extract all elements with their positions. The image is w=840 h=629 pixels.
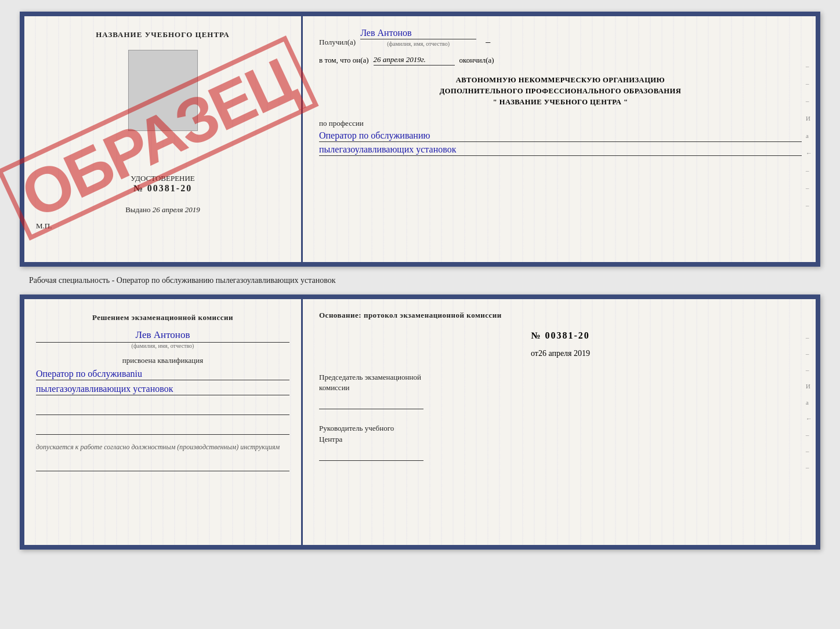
chairman-label: Председатель экзаменационной комиссии — [319, 372, 802, 393]
doc2-right-panel: Основание: протокол экзаменационной коми… — [303, 299, 816, 545]
recipient-name: Лев Антонов — [360, 28, 476, 39]
profession-line1: Оператор по обслуживанию — [319, 130, 802, 142]
photo-placeholder — [128, 50, 198, 131]
director-label: Руководитель учебного Центра — [319, 423, 802, 444]
mp-label: М.П. — [36, 221, 52, 231]
qualification-label: присвоена квалификация — [36, 356, 289, 365]
basis-label: Основание: протокол экзаменационной коми… — [319, 311, 802, 320]
org-line2: ДОПОЛНИТЕЛЬНОГО ПРОФЕССИОНАЛЬНОГО ОБРАЗО… — [319, 86, 802, 97]
director-block: Руководитель учебного Центра — [319, 423, 802, 460]
chairman-sig-line — [319, 395, 423, 409]
recipient-line: Получил(а) Лев Антонов (фамилия, имя, от… — [319, 28, 802, 47]
commission-title: Решением экзаменационной комиссии — [36, 313, 289, 322]
org-line1: АВТОНОМНУЮ НЕКОММЕРЧЕСКУЮ ОРГАНИЗАЦИЮ — [319, 75, 802, 86]
blank-line-1 — [36, 403, 289, 415]
director-sig-line — [319, 447, 423, 461]
document-2: Решением экзаменационной комиссии Лев Ан… — [20, 294, 820, 550]
chairman-block: Председатель экзаменационной комиссии — [319, 372, 802, 409]
side-marks-doc1: – – – И а ← – – – — [806, 63, 812, 209]
issued-line: Выдано 26 апреля 2019 — [125, 205, 200, 214]
document-1: НАЗВАНИЕ УЧЕБНОГО ЦЕНТРА ОБРАЗЕЦ УДОСТОВ… — [20, 12, 820, 267]
middle-label: Рабочая специальность - Оператор по обсл… — [29, 276, 336, 285]
commission-person-block: Лев Антонов (фамилия, имя, отчество) — [36, 329, 289, 349]
doc1-school-title: НАЗВАНИЕ УЧЕБНОГО ЦЕНТРА — [96, 30, 230, 39]
qualification-line1: Оператор по обслуживaniu — [36, 369, 289, 380]
profession-line2: пылегазоулавливающих установок — [319, 144, 802, 156]
protocol-number: № 00381-20 — [319, 330, 802, 341]
cert-label-block: УДОСТОВЕРЕНИЕ № 00381-20 — [131, 172, 195, 194]
protocol-date: от26 апреля 2019 — [319, 349, 802, 358]
fio-label-doc2: (фамилия, имя, отчество) — [36, 343, 289, 349]
cert-label: УДОСТОВЕРЕНИЕ — [131, 174, 195, 183]
blank-line-3 — [36, 460, 289, 471]
blank-line-2 — [36, 423, 289, 435]
doc1-right-panel: Получил(а) Лев Антонов (фамилия, имя, от… — [303, 16, 816, 262]
cert-number: № 00381-20 — [131, 183, 195, 194]
doc1-left-panel: НАЗВАНИЕ УЧЕБНОГО ЦЕНТРА ОБРАЗЕЦ УДОСТОВ… — [24, 16, 303, 262]
date-prefix: в том, что он(а) — [319, 56, 369, 65]
date-suffix: окончил(а) — [459, 56, 494, 65]
org-line3: " НАЗВАНИЕ УЧЕБНОГО ЦЕНТРА " — [319, 97, 802, 108]
qualification-line2: пылегазоулавливающих установок — [36, 384, 289, 395]
fio-sublabel: (фамилия, имя, отчество) — [360, 41, 476, 47]
допуск-text: допускается к работе согласно должностны… — [36, 443, 289, 452]
org-block: АВТОНОМНУЮ НЕКОММЕРЧЕСКУЮ ОРГАНИЗАЦИЮ ДО… — [319, 75, 802, 107]
commission-person-name: Лев Антонов — [36, 329, 289, 343]
recipient-prefix: Получил(а) — [319, 38, 356, 47]
side-marks-doc2: – – – И а ← – – – — [806, 334, 812, 471]
date-value: 26 апреля 2019г. — [374, 55, 455, 66]
profession-label: по профессии Оператор по обслуживанию пы… — [319, 113, 802, 156]
doc2-left-panel: Решением экзаменационной комиссии Лев Ан… — [24, 299, 303, 545]
date-line: в том, что он(а) 26 апреля 2019г. окончи… — [319, 55, 802, 66]
